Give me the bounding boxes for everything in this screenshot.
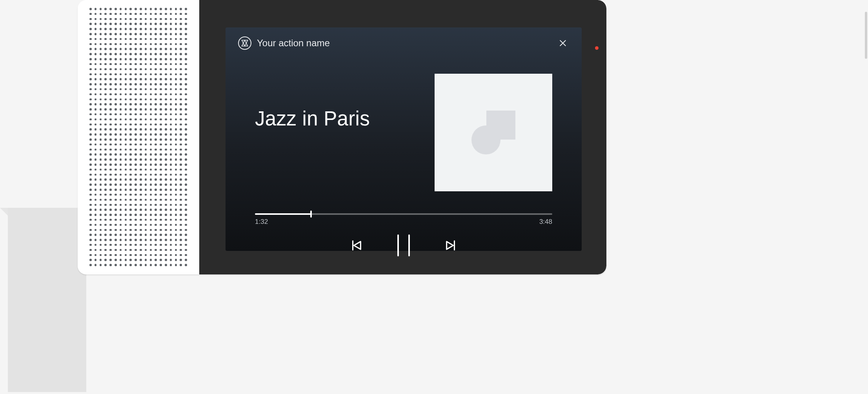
- time-row: 1:32 3:48: [255, 218, 552, 226]
- skip-previous-icon: [349, 239, 363, 252]
- skip-previous-button[interactable]: [349, 239, 363, 252]
- page-scrollbar[interactable]: [865, 12, 867, 59]
- card-body: Jazz in Paris: [226, 74, 582, 191]
- close-icon: [559, 39, 567, 47]
- playback-controls: [226, 234, 582, 256]
- smart-display-device: Your action name Jazz in Paris: [78, 0, 606, 274]
- media-player-card: Your action name Jazz in Paris: [226, 27, 582, 251]
- seek-bar-thumb[interactable]: [310, 211, 312, 218]
- app-logo-icon: [238, 36, 251, 50]
- album-art-placeholder: [435, 74, 552, 191]
- track-title: Jazz in Paris: [255, 107, 370, 130]
- pause-icon: [397, 234, 399, 256]
- seek-bar[interactable]: [255, 213, 552, 215]
- close-button[interactable]: [556, 36, 570, 50]
- placeholder-circle-icon: [471, 125, 500, 154]
- display-screen: Your action name Jazz in Paris: [199, 0, 606, 274]
- skip-next-icon: [444, 239, 458, 252]
- skip-next-button[interactable]: [444, 239, 458, 252]
- total-time: 3:48: [539, 218, 552, 226]
- pause-icon: [408, 234, 410, 256]
- elapsed-time: 1:32: [255, 218, 268, 226]
- progress-section: 1:32 3:48: [226, 213, 582, 226]
- backdrop-diagonal: [0, 208, 86, 294]
- seek-bar-fill: [255, 213, 311, 215]
- status-indicator-dot: [595, 46, 599, 50]
- app-title: Your action name: [257, 38, 556, 49]
- speaker-grille: [78, 0, 199, 274]
- card-header: Your action name: [226, 27, 582, 50]
- pause-button[interactable]: [397, 234, 410, 256]
